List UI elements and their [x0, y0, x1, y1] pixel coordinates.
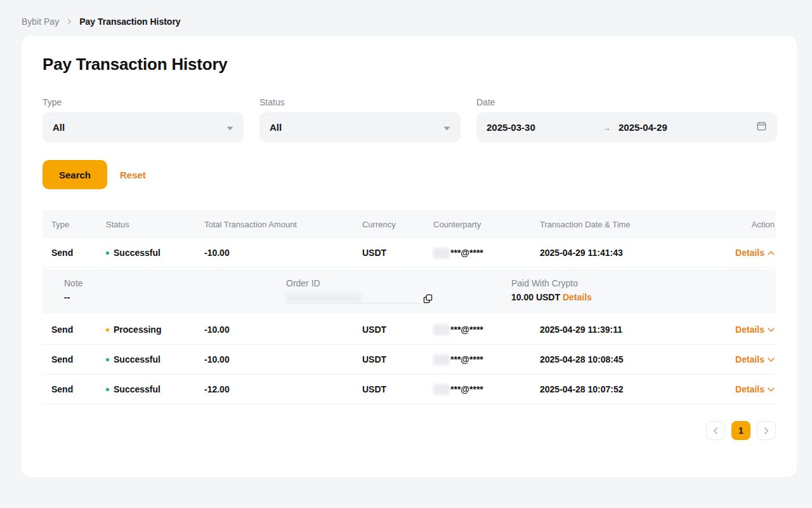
cell-counterparty: ***@****	[433, 324, 540, 335]
cell-type: Send	[43, 354, 106, 364]
caret-down-icon	[226, 122, 233, 133]
counterparty-masked-text: ***@****	[450, 248, 483, 258]
cell-currency: USDT	[362, 354, 433, 364]
cell-counterparty: ***@****	[433, 248, 540, 258]
search-button[interactable]: Search	[43, 160, 107, 189]
status-select[interactable]: All	[259, 112, 461, 142]
date-filter-label: Date	[476, 97, 777, 107]
note-section: Note --	[64, 278, 286, 304]
chevron-down-icon	[768, 328, 775, 332]
cell-counterparty: ***@****	[433, 354, 540, 365]
cell-amount: -10.00	[204, 248, 362, 258]
cell-currency: USDT	[362, 384, 433, 394]
details-label: Details	[735, 384, 764, 394]
type-select[interactable]: All	[43, 112, 244, 142]
date-start-value[interactable]: 2025-03-30	[487, 122, 594, 133]
order-id-value-redacted	[286, 292, 421, 304]
details-label: Details	[735, 248, 764, 258]
date-end-value[interactable]: 2025-04-29	[619, 122, 667, 133]
chevron-down-icon	[768, 358, 775, 362]
cell-datetime: 2025-04-28 10:08:45	[540, 354, 698, 364]
page-title: Pay Transaction History	[43, 55, 776, 74]
cell-status: Successful	[106, 384, 204, 394]
counterparty-masked-text: ***@****	[450, 324, 483, 335]
type-filter-group: Type All	[43, 97, 244, 142]
redacted-counterparty-blur	[433, 354, 450, 365]
caret-down-icon	[443, 122, 450, 133]
details-toggle[interactable]: Details	[735, 354, 775, 364]
chevron-up-icon	[768, 251, 775, 255]
table-row: Send Processing -10.00 USDT ***@**** 202…	[43, 315, 776, 345]
details-toggle[interactable]: Details	[735, 324, 775, 335]
type-filter-label: Type	[43, 97, 244, 107]
col-header-datetime: Transaction Date & Time	[540, 220, 698, 229]
cell-amount: -12.00	[204, 384, 362, 394]
order-id-section: Order ID	[286, 278, 511, 304]
details-label: Details	[735, 324, 764, 335]
copy-icon[interactable]	[423, 294, 433, 304]
paid-details-link[interactable]: Details	[563, 292, 592, 302]
cell-type: Send	[43, 248, 106, 258]
status-filter-label: Status	[259, 97, 461, 107]
chevron-right-icon	[65, 18, 73, 25]
cell-status: Successful	[106, 248, 204, 258]
pagination-next-button[interactable]	[757, 421, 776, 440]
pagination: 1	[43, 421, 776, 440]
cell-counterparty: ***@****	[433, 384, 540, 395]
cell-datetime: 2025-04-29 11:41:43	[540, 248, 698, 258]
redacted-counterparty-blur	[433, 384, 450, 395]
filter-bar: Type All Status All Date 2025-03-30 →	[43, 97, 776, 142]
status-text: Successful	[114, 248, 160, 258]
cell-datetime: 2025-04-29 11:39:11	[540, 324, 698, 335]
filter-actions: Search Reset	[43, 160, 776, 189]
breadcrumb-parent-link[interactable]: Bybit Pay	[22, 17, 59, 27]
redacted-counterparty-blur	[433, 248, 450, 258]
chevron-down-icon	[768, 387, 775, 392]
counterparty-masked-text: ***@****	[450, 384, 483, 394]
cell-type: Send	[43, 324, 106, 335]
redacted-counterparty-blur	[433, 324, 450, 335]
cell-amount: -10.00	[204, 354, 362, 364]
status-text: Successful	[114, 354, 160, 364]
status-dot-success	[106, 388, 109, 391]
col-header-action: Action	[698, 220, 776, 229]
counterparty-masked-text: ***@****	[450, 354, 483, 364]
col-header-currency: Currency	[362, 220, 433, 229]
order-id-label: Order ID	[286, 278, 511, 288]
details-toggle[interactable]: Details	[735, 384, 775, 394]
cell-currency: USDT	[362, 324, 433, 335]
breadcrumb-current: Pay Transaction History	[79, 17, 181, 27]
col-header-counterparty: Counterparty	[433, 220, 540, 229]
paid-with-crypto-label: Paid With Crypto	[511, 278, 592, 288]
chevron-right-icon	[764, 427, 769, 434]
date-range-picker[interactable]: 2025-03-30 → 2025-04-29	[476, 112, 777, 142]
status-filter-group: Status All	[259, 97, 461, 142]
status-select-value: All	[270, 122, 282, 133]
col-header-amount: Total Transaction Amount	[204, 220, 362, 229]
col-header-status: Status	[106, 220, 204, 229]
pagination-prev-button[interactable]	[706, 421, 725, 440]
col-header-type: Type	[43, 220, 106, 229]
type-select-value: All	[53, 122, 65, 133]
pagination-page-1[interactable]: 1	[731, 421, 750, 440]
transactions-table: Type Status Total Transaction Amount Cur…	[43, 210, 776, 404]
cell-status: Processing	[106, 324, 204, 335]
reset-button[interactable]: Reset	[120, 170, 146, 180]
status-dot-success	[106, 251, 109, 255]
table-header-row: Type Status Total Transaction Amount Cur…	[43, 210, 776, 238]
cell-type: Send	[43, 384, 106, 394]
arrow-right-icon: →	[602, 123, 611, 133]
expanded-detail-panel: Note -- Order ID	[43, 269, 776, 314]
details-toggle[interactable]: Details	[735, 248, 775, 258]
status-dot-success	[106, 358, 109, 361]
redacted-order-id-blur	[286, 293, 361, 302]
table-row: Send Successful -10.00 USDT ***@**** 202…	[43, 345, 776, 375]
paid-with-crypto-value: 10.00 USDT	[511, 292, 560, 302]
status-text: Processing	[114, 324, 161, 335]
chevron-left-icon	[713, 427, 718, 434]
pay-history-card: Pay Transaction History Type All Status …	[22, 36, 797, 477]
calendar-icon[interactable]	[756, 121, 767, 134]
date-filter-group: Date 2025-03-30 → 2025-04-29	[476, 97, 777, 142]
note-value: --	[64, 292, 286, 302]
breadcrumb: Bybit Pay Pay Transaction History	[0, 0, 812, 36]
